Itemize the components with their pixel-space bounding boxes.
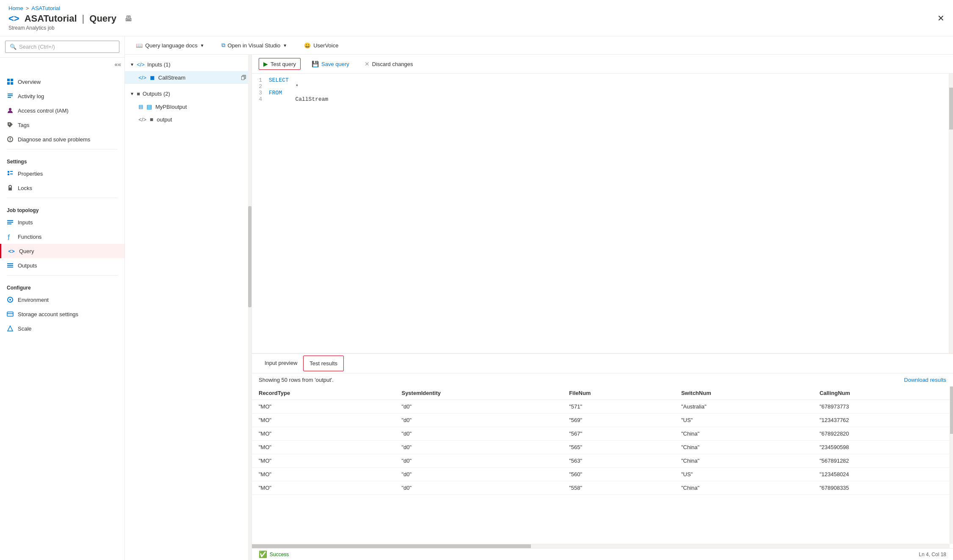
sidebar-item-functions[interactable]: ƒ Functions: [0, 229, 124, 244]
search-input-placeholder[interactable]: Search (Ctrl+/): [19, 44, 55, 50]
table-row: "MO""d0""565""China""234590598: [252, 441, 953, 454]
code-line-1: 1 SELECT: [252, 77, 953, 83]
svg-point-7: [9, 108, 11, 110]
inputs-section-icon: </>: [137, 61, 145, 68]
copy-icon[interactable]: 🗍: [241, 74, 246, 81]
inputs-icon: [7, 219, 14, 226]
io-item-callstream[interactable]: </> ◼ CallStream 🗍: [125, 71, 251, 84]
open-vs-chevron-icon: ▼: [283, 43, 287, 48]
job-topology-section-label: Job topology: [0, 201, 124, 215]
table-cell: "MO": [252, 468, 395, 481]
sidebar-collapse-button[interactable]: ««: [111, 58, 124, 71]
results-table-wrapper: RecordType SystemIdentity FileNum Switch…: [252, 386, 953, 548]
play-icon: ▶: [263, 61, 268, 67]
io-item-mypbioutput[interactable]: ▤ ▤ MyPBIoutput: [125, 100, 251, 113]
sidebar-item-label-properties: Properties: [18, 171, 43, 177]
results-h-scrollbar[interactable]: [252, 544, 950, 548]
sidebar-item-query[interactable]: <> Query: [0, 244, 124, 258]
close-button[interactable]: ✕: [937, 13, 945, 23]
svg-rect-15: [10, 174, 13, 174]
outputs-section-header[interactable]: ▼ ■ Outputs (2): [125, 87, 251, 100]
io-panel-scrollbar[interactable]: [248, 55, 251, 560]
query-docs-button[interactable]: 📖 Query language docs ▼: [132, 40, 209, 51]
sidebar-item-label-inputs: Inputs: [18, 219, 33, 226]
sidebar-item-label-locks: Locks: [18, 185, 32, 191]
environment-icon: [7, 296, 14, 303]
sidebar-item-iam[interactable]: Access control (IAM): [0, 103, 124, 118]
sidebar-item-scale[interactable]: Scale: [0, 321, 124, 336]
query-editor-area: ▶ Test query 💾 Save query ✕ Discard chan…: [252, 55, 953, 560]
sidebar-item-diagnose[interactable]: Diagnose and solve problems: [0, 132, 124, 146]
table-cell: "d0": [395, 427, 562, 441]
sidebar-item-outputs[interactable]: Outputs: [0, 258, 124, 273]
sidebar-item-activity-log[interactable]: Activity log: [0, 89, 124, 103]
table-cell: "MO": [252, 454, 395, 468]
breadcrumb-home[interactable]: Home: [8, 5, 23, 11]
outputs-section-label: Outputs (2): [143, 91, 170, 97]
outputs-icon: [7, 262, 14, 269]
discard-changes-button[interactable]: ✕ Discard changes: [360, 58, 417, 69]
io-panel-scrollbar-thumb: [248, 206, 251, 307]
table-row: "MO""d0""563""China""567891282: [252, 454, 953, 468]
svg-rect-6: [8, 97, 11, 98]
sidebar-item-label-query: Query: [19, 248, 34, 254]
svg-text:ƒ: ƒ: [7, 234, 10, 240]
table-cell: "US": [674, 468, 813, 481]
uservoice-button[interactable]: 😀 UserVoice: [300, 40, 343, 51]
settings-section-label: Settings: [0, 152, 124, 166]
inputs-section-header[interactable]: ▼ </> Inputs (1): [125, 58, 251, 71]
line-num-4: 4: [252, 96, 269, 102]
header-title-area: Home > ASATutorial <> ASATutorial | Quer…: [8, 5, 937, 31]
results-area: Input preview Test results Showing 50 ro…: [252, 353, 953, 548]
code-line-4: 4 CallStream: [252, 96, 953, 102]
col-header-filenum: FileNum: [562, 386, 674, 400]
test-query-button[interactable]: ▶ Test query: [259, 58, 301, 70]
sidebar-item-label-activity: Activity log: [18, 93, 44, 99]
table-cell: "678922820: [813, 427, 953, 441]
search-box[interactable]: 🔍 Search (Ctrl+/): [5, 41, 119, 53]
sidebar-item-label-scale: Scale: [18, 326, 32, 332]
print-icon[interactable]: 🖶: [125, 14, 133, 23]
table-cell: "569": [562, 414, 674, 427]
save-query-button[interactable]: 💾 Save query: [307, 58, 354, 69]
table-cell: "563": [562, 454, 674, 468]
code-editor[interactable]: 1 SELECT 2 * 3 FROM 4: [252, 74, 953, 353]
table-cell: "China": [674, 441, 813, 454]
sidebar-item-overview[interactable]: Overview: [0, 74, 124, 89]
table-cell: "d0": [395, 454, 562, 468]
results-h-scrollbar-thumb: [252, 544, 531, 548]
table-cell: "MO": [252, 427, 395, 441]
tab-input-preview[interactable]: Input preview: [259, 356, 303, 371]
configure-section-label: Configure: [0, 278, 124, 292]
output-icon: ■: [150, 116, 153, 123]
header: Home > ASATutorial <> ASATutorial | Quer…: [0, 0, 953, 36]
svg-rect-2: [7, 82, 10, 85]
settings-divider: [7, 149, 118, 149]
mypbioutput-label: MyPBIoutput: [155, 104, 187, 110]
results-v-scrollbar[interactable]: [950, 386, 953, 544]
table-cell: "d0": [395, 481, 562, 495]
col-header-systemidentity: SystemIdentity: [395, 386, 562, 400]
breadcrumb-current[interactable]: ASATutorial: [31, 5, 60, 11]
action-bar: ▶ Test query 💾 Save query ✕ Discard chan…: [252, 55, 953, 74]
sidebar-item-environment[interactable]: Environment: [0, 292, 124, 307]
sidebar-item-locks[interactable]: Locks: [0, 181, 124, 195]
code-editor-scrollbar[interactable]: [949, 74, 953, 353]
diagnose-icon: [7, 136, 14, 143]
page-title-text: ASATutorial: [25, 13, 77, 24]
download-results-link[interactable]: Download results: [904, 377, 946, 383]
table-cell: "US": [674, 414, 813, 427]
properties-icon: [7, 170, 14, 177]
table-cell: "565": [562, 441, 674, 454]
table-cell: "234590598: [813, 441, 953, 454]
sidebar-item-storage[interactable]: Storage account settings: [0, 307, 124, 321]
svg-rect-12: [8, 171, 9, 173]
tab-test-results[interactable]: Test results: [303, 356, 344, 371]
sidebar-item-inputs[interactable]: Inputs: [0, 215, 124, 229]
sidebar-item-tags[interactable]: Tags: [0, 118, 124, 132]
sidebar-item-properties[interactable]: Properties: [0, 166, 124, 181]
query-icon: <>: [8, 248, 15, 254]
io-item-output[interactable]: </> ■ output: [125, 113, 251, 126]
open-vs-button[interactable]: ⧉ Open in Visual Studio ▼: [217, 40, 292, 51]
iam-icon: [7, 107, 14, 114]
